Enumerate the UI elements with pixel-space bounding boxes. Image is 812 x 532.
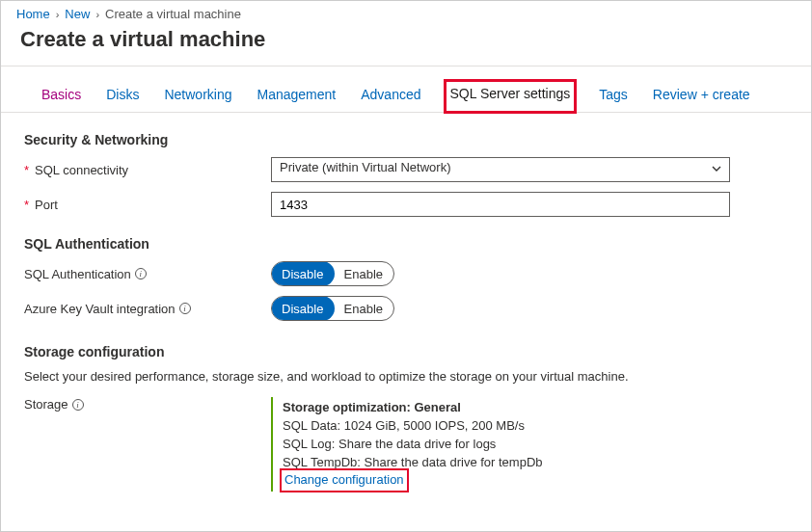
label-sql-connectivity: * SQL connectivity (24, 163, 271, 177)
toggle-enable[interactable]: Enable (334, 297, 393, 320)
section-security-networking: Security & Networking (24, 132, 788, 147)
tab-management[interactable]: Management (256, 81, 338, 112)
content: Security & Networking * SQL connectivity… (1, 113, 811, 511)
tab-sql-server-settings[interactable]: SQL Server settings (445, 80, 577, 113)
breadcrumb: Home › New › Create a virtual machine (1, 1, 811, 25)
toggle-enable[interactable]: Enable (334, 262, 393, 285)
label-sql-connectivity-text: SQL connectivity (35, 163, 128, 177)
toggle-disable[interactable]: Disable (271, 261, 335, 286)
tab-tags[interactable]: Tags (597, 81, 630, 112)
label-sql-auth-text: SQL Authentication (24, 267, 131, 281)
tab-review-create[interactable]: Review + create (651, 81, 752, 112)
tab-basics[interactable]: Basics (40, 81, 83, 112)
sql-auth-toggle[interactable]: Disable Enable (271, 261, 394, 286)
tabs: Basics Disks Networking Management Advan… (1, 66, 811, 113)
label-storage: Storage i (24, 397, 271, 412)
storage-sql-tempdb: SQL TempDb: Share the data drive for tem… (283, 454, 730, 472)
change-configuration-link[interactable]: Change configuration (283, 471, 406, 490)
label-sql-auth: SQL Authentication i (24, 267, 271, 281)
label-akv-text: Azure Key Vault integration (24, 302, 176, 316)
tab-advanced[interactable]: Advanced (359, 81, 422, 112)
chevron-right-icon: › (95, 9, 99, 20)
chevron-right-icon: › (56, 9, 60, 20)
required-icon: * (24, 163, 29, 177)
storage-sql-log: SQL Log: Share the data drive for logs (283, 436, 730, 454)
page-title: Create a virtual machine (1, 25, 811, 66)
section-sql-authentication: SQL Authentication (24, 236, 788, 252)
required-icon: * (24, 198, 29, 212)
breadcrumb-new[interactable]: New (65, 7, 90, 21)
storage-summary: Storage optimization: General SQL Data: … (271, 397, 730, 492)
storage-optimization-title: Storage optimization: General (283, 399, 730, 417)
storage-description: Select your desired performance, storage… (24, 369, 788, 384)
port-input[interactable] (271, 192, 730, 217)
label-port-text: Port (35, 198, 58, 212)
akv-toggle[interactable]: Disable Enable (271, 296, 394, 321)
sql-connectivity-select[interactable]: Private (within Virtual Network) (271, 157, 730, 182)
storage-sql-data: SQL Data: 1024 GiB, 5000 IOPS, 200 MB/s (283, 417, 730, 436)
label-akv: Azure Key Vault integration i (24, 302, 271, 316)
section-storage-configuration: Storage configuration (24, 344, 788, 359)
info-icon[interactable]: i (135, 268, 147, 279)
label-port: * Port (24, 198, 271, 212)
label-storage-text: Storage (24, 397, 68, 412)
toggle-disable[interactable]: Disable (271, 296, 335, 321)
info-icon[interactable]: i (179, 303, 191, 314)
breadcrumb-current: Create a virtual machine (105, 7, 241, 21)
tab-disks[interactable]: Disks (104, 81, 141, 112)
breadcrumb-home[interactable]: Home (16, 7, 50, 21)
info-icon[interactable]: i (72, 399, 84, 411)
tab-networking[interactable]: Networking (162, 81, 233, 112)
